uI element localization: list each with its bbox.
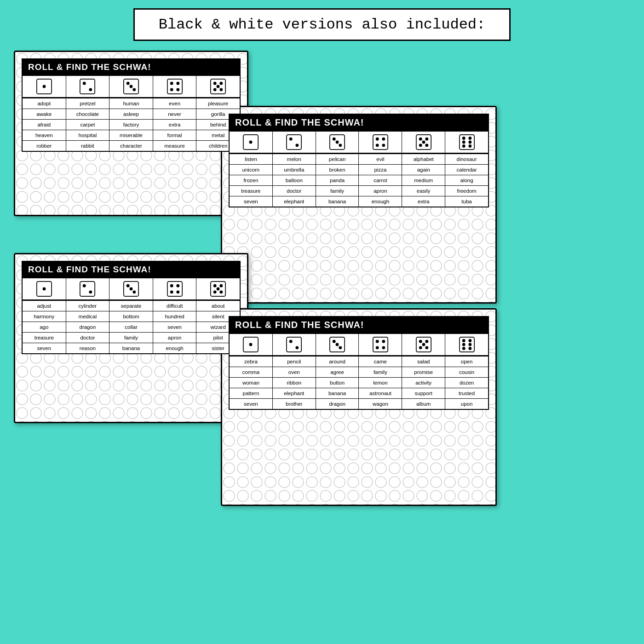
word-cell: wagon	[359, 399, 402, 409]
word-row: sevenbrotherdragonwagonalbumupon	[230, 398, 488, 409]
word-cell: elephant	[273, 388, 316, 398]
dice-cell-2	[273, 334, 316, 355]
word-cell: comma	[230, 367, 273, 377]
dice-cell-5	[402, 132, 445, 153]
word-cell: again	[402, 165, 445, 175]
svg-point-3	[42, 85, 46, 88]
svg-point-5	[83, 82, 86, 85]
word-grid-4: zebrapencilaroundcamesaladopencommaovena…	[229, 356, 489, 410]
svg-point-72	[220, 290, 223, 293]
word-cell: formal	[153, 130, 197, 140]
word-row: commaovenagreefamilypromisecousin	[230, 367, 488, 377]
svg-point-59	[126, 284, 130, 288]
word-cell: medium	[402, 175, 445, 185]
word-cell: awake	[23, 109, 66, 119]
word-cell: banana	[109, 343, 153, 353]
word-cell: character	[109, 141, 153, 151]
svg-point-43	[425, 144, 428, 147]
svg-point-28	[296, 144, 299, 147]
dice-row-4	[229, 334, 489, 356]
word-cell: robber	[23, 141, 66, 151]
dice-cell-1	[23, 278, 66, 299]
word-cell: ribbon	[273, 378, 316, 388]
word-cell: pencil	[273, 356, 316, 367]
svg-point-71	[213, 290, 217, 293]
svg-point-50	[468, 144, 472, 148]
svg-point-64	[176, 284, 179, 288]
dice-cell-2	[66, 76, 110, 97]
word-cell: elephant	[273, 196, 316, 207]
svg-rect-77	[287, 337, 301, 352]
dice-cell-6	[445, 334, 488, 355]
word-cell: apron	[153, 333, 197, 343]
game-card-2: ROLL & FIND THE SCHWA!listenmelonpelican…	[221, 106, 497, 304]
word-cell: even	[153, 98, 197, 109]
dice-cell-6	[445, 132, 488, 153]
dice-cell-4	[153, 278, 197, 299]
word-cell: around	[316, 356, 359, 367]
svg-point-63	[170, 284, 173, 288]
dice-row-3	[22, 278, 241, 300]
svg-point-41	[422, 141, 425, 144]
word-cell: open	[445, 356, 488, 367]
word-row: harmonymedicalbottomhundredsilent	[23, 311, 240, 322]
word-row: womanribbonbuttonlemonactivitydozen	[230, 377, 488, 388]
word-cell: promise	[402, 367, 445, 377]
svg-point-42	[419, 144, 422, 147]
svg-point-90	[419, 340, 422, 343]
svg-point-61	[132, 290, 136, 293]
word-cell: afraid	[23, 120, 66, 130]
card-title-4: ROLL & FIND THE SCHWA!	[229, 316, 489, 334]
svg-point-92	[422, 343, 425, 346]
word-cell: astronaut	[359, 388, 402, 398]
dice-cell-4	[359, 132, 402, 153]
word-cell: human	[109, 98, 153, 109]
word-cell: zebra	[230, 356, 273, 367]
svg-point-99	[468, 343, 472, 346]
word-cell: melon	[273, 154, 316, 164]
svg-point-78	[289, 340, 293, 343]
svg-point-27	[289, 138, 293, 141]
word-cell: family	[316, 186, 359, 196]
word-cell: hospital	[66, 130, 110, 140]
dice-cell-2	[66, 278, 110, 299]
svg-point-14	[170, 88, 173, 91]
svg-point-54	[42, 288, 46, 291]
word-cell: evil	[359, 154, 402, 164]
dice-cell-3	[316, 334, 359, 355]
word-cell: dragon	[66, 322, 110, 332]
word-cell: unicorn	[230, 165, 273, 175]
dice-cell-2	[273, 132, 316, 153]
svg-point-70	[217, 288, 220, 291]
dice-row-2	[229, 132, 489, 154]
svg-point-35	[382, 138, 385, 141]
dice-cell-3	[109, 278, 153, 299]
game-card-1: ROLL & FIND THE SCHWA!adoptpretzelhumane…	[14, 51, 248, 216]
word-row: robberrabbitcharactermeasurechildren	[23, 140, 240, 151]
word-cell: trusted	[445, 388, 488, 398]
svg-point-47	[462, 141, 465, 144]
word-cell: freedom	[445, 186, 488, 196]
word-cell: activity	[402, 378, 445, 388]
svg-point-48	[468, 141, 472, 144]
word-grid-3: adjustcylinderseparatedifficultaboutharm…	[22, 300, 241, 354]
word-cell: easily	[402, 186, 445, 196]
word-cell: about	[196, 301, 240, 311]
dice-cell-4	[153, 76, 197, 97]
svg-point-6	[89, 88, 92, 91]
svg-point-8	[126, 82, 130, 85]
word-cell: treasure	[23, 333, 66, 343]
svg-point-79	[296, 346, 299, 349]
word-cell: frozen	[230, 175, 273, 185]
svg-point-18	[220, 82, 223, 85]
svg-point-17	[213, 82, 217, 85]
svg-point-68	[213, 284, 217, 288]
word-cell: dragon	[316, 399, 359, 409]
word-cell: heaven	[23, 130, 66, 140]
word-row: afraidcarpetfactoryextrabehind	[23, 119, 240, 130]
word-cell: extra	[402, 196, 445, 207]
svg-point-9	[130, 85, 133, 88]
svg-rect-33	[373, 135, 388, 150]
word-cell: enough	[153, 343, 197, 353]
svg-point-98	[462, 343, 465, 346]
